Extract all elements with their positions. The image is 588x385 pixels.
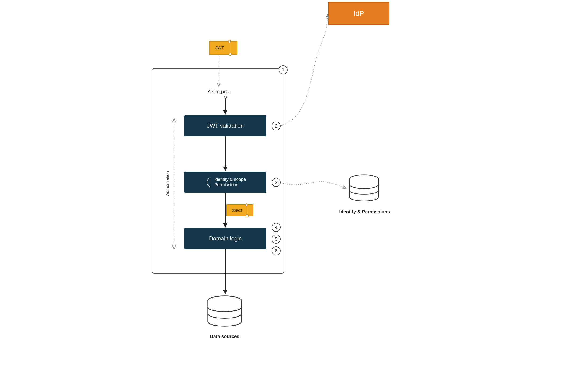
arrow-identity-to-db: [281, 182, 346, 188]
jwt-validation-node: JWT validation: [184, 115, 267, 136]
idp-node: IdP: [328, 2, 390, 25]
jwt-ticket-label: JWT: [215, 46, 224, 51]
step-number-1: 1: [279, 65, 288, 74]
jwt-ticket-icon: JWT: [209, 41, 237, 55]
object-ticket-label: object: [232, 208, 242, 212]
step-number-6: 6: [272, 246, 281, 255]
data-sources-db-icon: [205, 295, 245, 331]
curved-arrow-icon: [206, 177, 212, 188]
domain-logic-node: Domain logic: [184, 228, 267, 249]
diagram-canvas: IdP JWT API request JWT validation Ident…: [0, 0, 588, 385]
step-number-5: 5: [272, 235, 281, 243]
connector-layer: [0, 0, 588, 385]
step-number-3: 3: [272, 178, 281, 187]
api-request-label: API request: [205, 89, 233, 94]
authorization-side-label: Authorization: [165, 171, 170, 196]
permissions-label: Permissions: [214, 182, 238, 188]
data-sources-label: Data sources: [201, 334, 248, 339]
object-ticket-icon: object: [227, 204, 253, 216]
identity-scope-label: Identity & scope: [214, 177, 246, 182]
step-number-2: 2: [272, 122, 281, 130]
identity-permissions-db-icon: [347, 174, 381, 206]
identity-permissions-db-label: Identity & Permissions: [336, 209, 393, 215]
idp-label: IdP: [354, 9, 364, 17]
domain-logic-label: Domain logic: [209, 235, 242, 242]
jwt-validation-label: JWT validation: [207, 122, 244, 129]
arrow-jwtval-to-idp: [281, 15, 328, 125]
identity-permissions-node: Identity & scope Permissions: [184, 172, 267, 193]
step-number-4: 4: [272, 223, 281, 232]
